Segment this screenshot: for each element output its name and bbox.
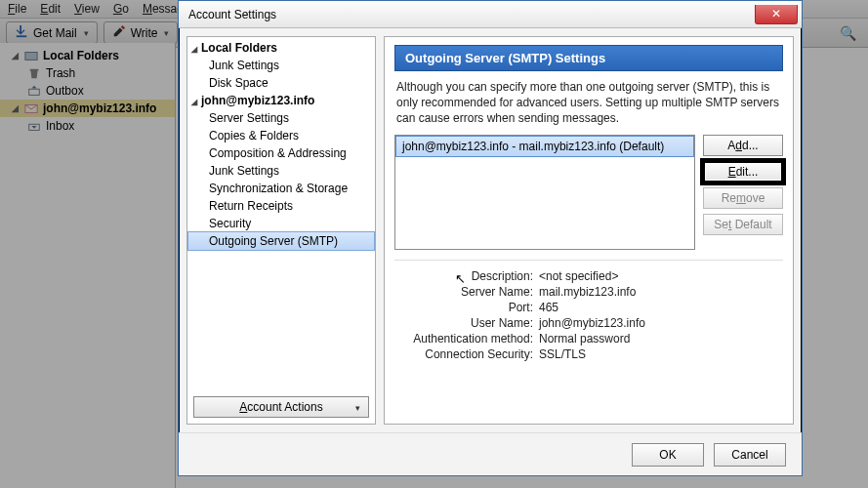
smtp-details: Description:<not specified> Server Name:… [394,260,783,362]
account-label: john@mybiz123.info [43,102,156,115]
detail-value-user: john@mybiz123.info [539,316,783,330]
tree-return-receipts[interactable]: Return Receipts [187,197,375,215]
panel-heading: Outgoing Server (SMTP) Settings [394,45,783,71]
outbox-label: Outbox [46,84,84,98]
outbox-node[interactable]: Outbox [0,82,175,100]
write-label: Write [131,26,158,40]
smtp-server-list[interactable]: john@mybiz123.info - mail.mybiz123.info … [394,135,695,250]
expand-icon[interactable]: ◢ [10,103,20,113]
trash-label: Trash [46,66,75,80]
detail-label-server: Server Name: [394,285,539,299]
tree-security[interactable]: Security [187,215,375,232]
detail-label-description: Description: [394,269,539,283]
detail-label-port: Port: [394,301,539,314]
account-settings-dialog: Account Settings ✕ Local Folders Junk Se… [178,0,803,476]
detail-value-auth: Normal password [539,332,783,346]
settings-tree: Local Folders Junk Settings Disk Space j… [186,36,376,425]
trash-icon [27,66,41,80]
cancel-button[interactable]: Cancel [714,443,786,467]
settings-content: Outgoing Server (SMTP) Settings Although… [384,36,794,425]
ok-button[interactable]: OK [632,443,704,467]
inbox-node[interactable]: Inbox [0,117,175,135]
account-actions-button[interactable]: Account Actions▾ [193,396,369,418]
search-icon[interactable]: 🔍 [840,25,856,41]
account-node[interactable]: ◢ john@mybiz123.info [0,100,175,117]
tree-server-settings[interactable]: Server Settings [187,109,375,127]
add-button[interactable]: Add... [703,135,783,156]
edit-button[interactable]: Edit... [703,161,783,183]
svg-rect-1 [25,53,37,61]
tree-outgoing-smtp[interactable]: Outgoing Server (SMTP) [187,231,375,251]
expand-icon[interactable]: ◢ [10,51,20,61]
trash-node[interactable]: Trash [0,64,175,82]
detail-value-description: <not specified> [539,269,783,283]
get-mail-button[interactable]: Get Mail ▾ [6,21,98,44]
dialog-button-row: OK Cancel [179,432,802,475]
local-folders-label: Local Folders [43,49,119,62]
svg-rect-0 [17,35,27,37]
detail-value-port: 465 [539,301,783,314]
download-icon [15,24,28,41]
tree-sync-storage[interactable]: Synchronization & Storage [187,180,375,197]
menu-go[interactable]: Go [113,2,129,16]
pencil-icon [112,24,126,41]
inbox-icon [27,119,41,133]
outbox-icon [27,84,41,98]
detail-label-security: Connection Security: [394,347,539,361]
close-icon: ✕ [771,7,781,20]
tree-junk-settings[interactable]: Junk Settings [187,57,375,74]
inbox-label: Inbox [46,119,74,133]
svg-rect-2 [29,89,40,95]
remove-button: Remove [703,187,783,209]
chevron-down-icon: ▾ [164,28,169,38]
get-mail-label: Get Mail [33,26,77,40]
folder-pane: ◢ Local Folders Trash Outbox ◢ john@mybi… [0,43,176,488]
tree-local-folders[interactable]: Local Folders [187,39,375,57]
tree-copies-folders[interactable]: Copies & Folders [187,127,375,144]
detail-label-user: User Name: [394,316,539,330]
write-button[interactable]: Write ▾ [103,21,179,44]
dialog-titlebar: Account Settings ✕ [179,1,802,28]
tree-composition[interactable]: Composition & Addressing [187,144,375,162]
chevron-down-icon: ▾ [84,28,89,38]
menu-file[interactable]: File [8,2,26,16]
menu-edit[interactable]: Edit [40,2,61,16]
close-button[interactable]: ✕ [755,5,798,24]
detail-value-server: mail.mybiz123.info [539,285,783,299]
menu-view[interactable]: View [74,2,100,16]
mail-account-icon [24,102,38,115]
detail-value-security: SSL/TLS [539,347,783,361]
tree-junk-settings-2[interactable]: Junk Settings [187,162,375,180]
local-folders-node[interactable]: ◢ Local Folders [0,47,175,64]
folder-icon [24,49,38,62]
smtp-list-item[interactable]: john@mybiz123.info - mail.mybiz123.info … [395,136,694,157]
panel-description: Although you can specify more than one o… [396,79,781,127]
detail-label-auth: Authentication method: [394,332,539,346]
set-default-button: Set Default [703,214,783,235]
tree-disk-space[interactable]: Disk Space [187,74,375,92]
tree-account[interactable]: john@mybiz123.info [187,92,375,109]
dropdown-icon: ▾ [355,403,360,413]
dialog-title: Account Settings [188,8,276,21]
